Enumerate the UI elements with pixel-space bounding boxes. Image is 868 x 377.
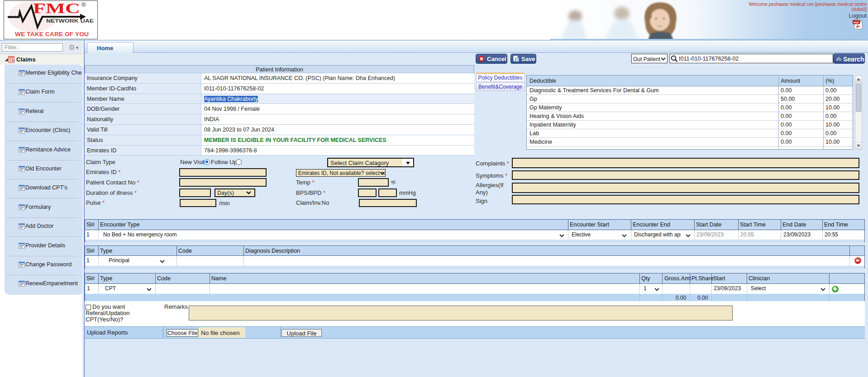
svg-text:WE TAKE CARE OF YOU: WE TAKE CARE OF YOU bbox=[15, 31, 89, 38]
svg-text:PDF: PDF bbox=[854, 21, 859, 24]
svg-text:NETWORK UAE: NETWORK UAE bbox=[46, 19, 94, 24]
svg-text:®: ® bbox=[81, 1, 86, 8]
svg-text:FMC: FMC bbox=[33, 1, 80, 16]
